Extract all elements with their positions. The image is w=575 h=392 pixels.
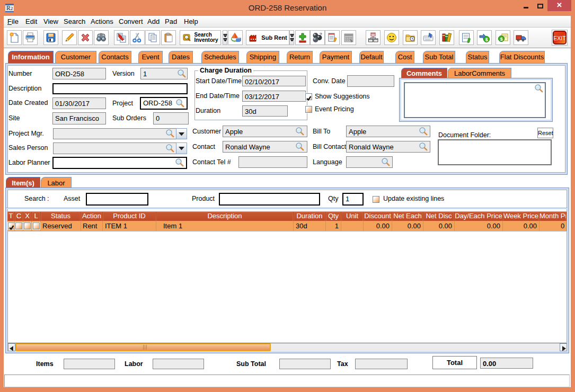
svg-text:$: $ — [500, 37, 503, 42]
svg-text:$: $ — [485, 37, 488, 42]
svg-text:EXIT: EXIT — [553, 35, 566, 41]
svg-text:?: ? — [320, 32, 323, 37]
